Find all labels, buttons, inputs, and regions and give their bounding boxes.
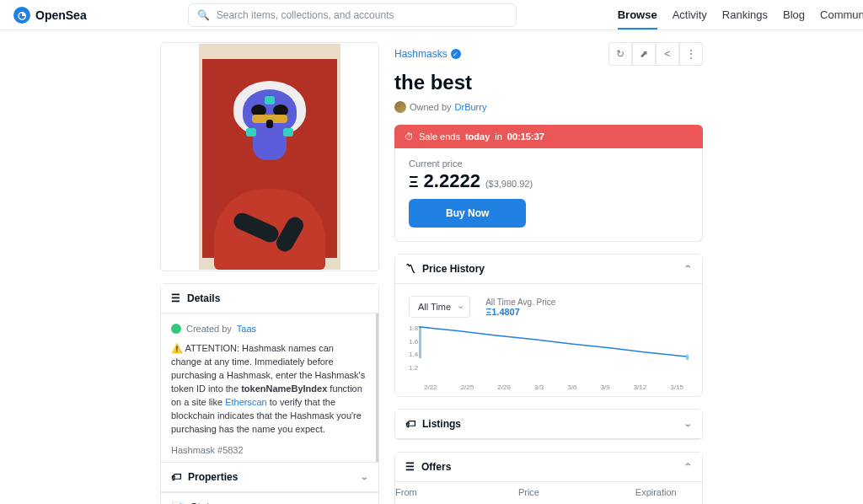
collection-name: Hashmasks [394, 48, 448, 60]
listings-toggle[interactable]: 🏷 Listings [395, 410, 702, 439]
stats-label: Stats [190, 501, 215, 504]
current-price-label: Current price [409, 158, 689, 169]
item-actions: ↻ ⬈ < ⋮ [608, 42, 703, 66]
details-header[interactable]: ☰ Details [161, 284, 378, 314]
token-func: tokenNameByIndex [241, 383, 327, 394]
brand-name: OpenSea [35, 8, 87, 22]
nav-community[interactable]: Community [820, 8, 863, 21]
price-history-toggle[interactable]: 〽 Price History [395, 255, 702, 284]
price-usd: ($3,980.92) [485, 179, 533, 189]
brand[interactable]: ◔ OpenSea [13, 7, 87, 24]
clock-icon: ⏱ [405, 131, 414, 142]
search-placeholder: Search items, collections, and accounts [217, 9, 507, 21]
list-icon: ☰ [405, 461, 415, 473]
external-button[interactable]: ⬈ [632, 42, 656, 66]
sale-prefix: Sale ends [419, 131, 460, 142]
list-icon: ☰ [171, 292, 180, 304]
avg-price-label: All Time Avg. Price [485, 298, 555, 307]
listings-card: 🏷 Listings [394, 409, 703, 440]
tag-icon: 🏷 [171, 471, 181, 483]
content: ☰ Details Created by Taas ⚠️ ATTENTION: … [0, 30, 863, 504]
hashmask-id: Hashmask #5832 [171, 445, 366, 455]
nav-blog[interactable]: Blog [783, 8, 805, 21]
price-history-card: 〽 Price History All Time All Time Avg. P… [394, 254, 703, 397]
svg-rect-0 [419, 326, 421, 358]
more-button[interactable]: ⋮ [679, 42, 703, 66]
offers-table: From Price Expiration brosephitude Ξ 1.2… [395, 482, 702, 504]
eth-icon: Ξ [409, 174, 419, 191]
price-history-title: Price History [422, 263, 485, 275]
collection-link[interactable]: Hashmasks ✓ [394, 48, 461, 60]
share-button[interactable]: < [656, 42, 679, 66]
refresh-button[interactable]: ↻ [608, 42, 632, 66]
nft-image[interactable] [160, 42, 379, 271]
etherscan-link[interactable]: Etherscan [225, 397, 267, 407]
offers-col-price: Price [518, 482, 635, 502]
details-title: Details [187, 292, 220, 304]
brand-logo-icon: ◔ [13, 7, 30, 24]
offers-col-from: From [395, 482, 518, 502]
listings-title: Listings [422, 418, 461, 430]
offers-toggle[interactable]: ☰ Offers [395, 453, 702, 482]
details-card: ☰ Details Created by Taas ⚠️ ATTENTION: … [160, 283, 379, 504]
stats-icon: 📊 [171, 501, 184, 504]
activity-icon: 〽 [405, 263, 415, 275]
sale-price-card: ⏱ Sale ends today in 00:15:37 Current pr… [394, 125, 703, 242]
stats-toggle[interactable]: 📊Stats [161, 492, 378, 504]
right-column: Hashmasks ✓ ↻ ⬈ < ⋮ the best Owned by Dr… [394, 42, 703, 504]
sale-day: today [465, 131, 490, 142]
sale-countdown: 00:15:37 [507, 131, 544, 142]
verified-icon: ✓ [451, 49, 461, 59]
offers-title: Offers [421, 461, 451, 473]
nav-rankings[interactable]: Rankings [722, 8, 768, 21]
sale-banner: ⏱ Sale ends today in 00:15:37 [394, 125, 703, 148]
time-range-dropdown[interactable]: All Time [409, 296, 470, 318]
buy-now-button[interactable]: Buy Now [409, 199, 526, 228]
properties-label: Properties [188, 471, 238, 483]
creator-dot-icon [171, 324, 181, 334]
owner-avatar-icon [394, 101, 406, 113]
creator-link[interactable]: Taas [237, 324, 256, 334]
sale-mid: in [495, 131, 502, 142]
owned-by-label: Owned by [410, 102, 452, 112]
item-title: the best [394, 71, 703, 94]
details-body: Created by Taas ⚠️ ATTENTION: Hashmask n… [161, 314, 378, 462]
search-icon: 🔍 [197, 9, 210, 21]
offers-card: ☰ Offers From Price Expiration brosephit… [394, 452, 703, 504]
nav-browse[interactable]: Browse [618, 8, 657, 29]
nav-activity[interactable]: Activity [673, 8, 707, 21]
left-column: ☰ Details Created by Taas ⚠️ ATTENTION: … [160, 42, 379, 504]
svg-rect-1 [686, 355, 689, 360]
nav: Browse Activity Rankings Blog Community … [618, 8, 863, 23]
owner-link[interactable]: DrBurry [455, 102, 487, 112]
tag-icon: 🏷 [405, 418, 415, 430]
search-input[interactable]: 🔍 Search items, collections, and account… [188, 3, 517, 27]
offers-col-exp: Expiration [635, 482, 702, 502]
created-by-label: Created by [186, 324, 232, 334]
price-chart: 1.81.61.41.2 [419, 324, 689, 383]
avg-price: All Time Avg. Price Ξ1.4807 [485, 298, 555, 317]
properties-toggle[interactable]: 🏷Properties [161, 462, 378, 492]
price-eth: 2.2222 [424, 170, 480, 192]
avg-price-value: Ξ1.4807 [485, 307, 555, 317]
header: ◔ OpenSea 🔍 Search items, collections, a… [0, 0, 863, 30]
